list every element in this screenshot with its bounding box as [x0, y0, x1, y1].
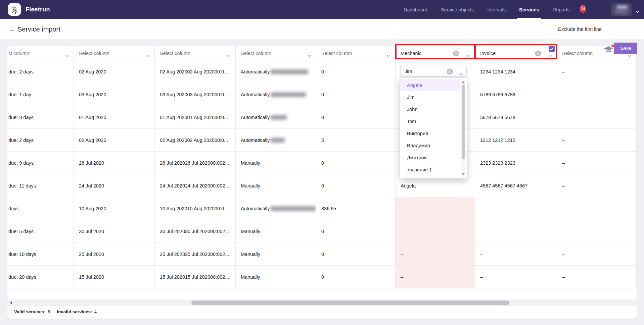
mechanic-cell-editor[interactable]	[400, 66, 467, 77]
chevron-up-icon[interactable]	[459, 71, 463, 77]
cell-text: 24 Jul 202024 Jul 202000:002...	[160, 183, 229, 188]
dropdown-option[interactable]: Виктория	[400, 127, 460, 140]
chevron-down-icon[interactable]	[466, 52, 470, 58]
table-cell: Manually	[236, 174, 316, 197]
exclude-first-line-label: Exclude the first line	[558, 19, 602, 39]
column-header-1[interactable]: Select column	[74, 46, 155, 60]
nav-item-reports[interactable]: Reports	[553, 0, 570, 19]
clear-icon[interactable]	[447, 68, 453, 76]
dropdown-option[interactable]: Angela	[400, 79, 460, 91]
column-header-3[interactable]: Select column	[236, 46, 316, 60]
valid-services-count: 6	[48, 309, 50, 314]
cell-text: due: 2 days	[8, 69, 34, 74]
scroll-left-arrow-icon[interactable]	[10, 301, 12, 305]
cell-text: 10 Aug 202010 Aug 202000:0...	[160, 206, 228, 211]
user-menu-chevron-icon[interactable]	[636, 8, 640, 14]
dropdown-option[interactable]: John	[400, 103, 460, 115]
column-header-label: Invoice	[480, 51, 496, 56]
dropdown-scrollbar[interactable]	[461, 79, 465, 177]
clear-icon[interactable]	[535, 50, 541, 58]
cell-text: 6789 6789 6789	[480, 92, 515, 97]
table-cell: –	[557, 266, 637, 288]
table-cell: –	[557, 83, 637, 106]
table-cell: –	[557, 197, 637, 220]
table-row: days10 Aug 202010 Aug 202010 Aug 202000:…	[7, 197, 637, 220]
import-stats: Valid services: 6 Invalid services: 4	[14, 309, 101, 314]
horizontal-scrollbar-thumb[interactable]	[191, 301, 509, 305]
chevron-down-icon[interactable]	[387, 52, 390, 58]
table-cell: 1234 1234 1234	[475, 60, 557, 83]
save-button[interactable]: Save	[614, 43, 637, 54]
table-cell: 10 Aug 202010 Aug 202000:0...	[155, 197, 236, 220]
table-cell: Manually	[236, 220, 316, 242]
dropdown-option[interactable]: значение 1	[400, 164, 460, 176]
service-import-page: Fleetrun DashboardService objectsInterva…	[0, 0, 644, 325]
table-cell: due: 10 days	[7, 243, 74, 265]
table-cell: 24 Jul 2020	[74, 174, 155, 197]
cell-text: –	[562, 206, 565, 211]
clear-icon[interactable]	[453, 50, 459, 58]
horizontal-scrollbar[interactable]	[7, 300, 637, 306]
column-header-6[interactable]: Invoice	[475, 46, 557, 60]
redacted-blur	[271, 69, 308, 74]
dropdown-option[interactable]: Владимир	[400, 140, 460, 152]
nav-item-services[interactable]: Services	[519, 0, 539, 19]
check-icon	[550, 47, 554, 51]
top-navbar: Fleetrun DashboardService objectsInterva…	[0, 0, 644, 19]
nav-item-intervals[interactable]: Intervals	[487, 0, 506, 19]
cell-text: –	[562, 160, 565, 166]
chevron-down-icon[interactable]	[65, 52, 69, 58]
cell-text: Automatically	[241, 206, 270, 211]
table-cell: 0	[316, 243, 396, 265]
scroll-up-arrow-icon[interactable]	[462, 81, 465, 83]
scroll-down-arrow-icon[interactable]	[462, 173, 465, 175]
redacted-blur	[271, 206, 316, 211]
cell-text: days	[8, 206, 19, 211]
fleetrun-logo-icon[interactable]	[8, 3, 21, 16]
chevron-down-icon[interactable]	[227, 52, 231, 58]
table-cell: 01 Aug 202001 Aug 202000:0...	[155, 106, 236, 128]
dropdown-scrollbar-thumb[interactable]	[462, 85, 465, 159]
tutorial-cap-icon[interactable]	[604, 46, 614, 54]
table-cell: 02 Aug 202002 Aug 202000:0...	[155, 60, 236, 83]
table-cell: –	[557, 60, 637, 83]
column-header-5[interactable]: Mechanic	[396, 46, 475, 60]
cell-text: –	[401, 229, 403, 234]
table-cell: Manually	[236, 243, 316, 265]
cell-text: 26 Jul 202026 Jul 202000:002...	[160, 160, 229, 166]
column-header-2[interactable]: Select column	[155, 46, 236, 60]
dropdown-option[interactable]: Jim	[400, 91, 460, 103]
cell-text: due: 1 day	[8, 92, 31, 97]
column-header-4[interactable]: Select column	[316, 46, 396, 60]
divider	[463, 51, 463, 56]
chevron-down-icon[interactable]	[548, 52, 552, 58]
cell-text: –	[562, 115, 565, 120]
cell-text: –	[480, 229, 483, 234]
nav-item-service-objects[interactable]: Service objects	[441, 0, 474, 19]
mechanic-editor-input[interactable]	[405, 69, 445, 74]
avatar-blur	[614, 10, 629, 13]
cell-text: Angela	[401, 183, 416, 188]
mechanic-dropdown-list: AngelaJimJohnTomВикторияВладимирДмитрийз…	[400, 78, 467, 178]
notifications-bell-icon[interactable]: 14	[578, 4, 588, 15]
table-cell: –	[557, 106, 637, 128]
cell-text: –	[562, 138, 565, 143]
chevron-down-icon[interactable]	[146, 52, 150, 58]
column-header-0[interactable]: ct column	[7, 46, 74, 60]
cell-text: 02 Aug 2020	[79, 69, 106, 74]
back-arrow-icon[interactable]: ←	[9, 19, 15, 39]
dropdown-option[interactable]: Дмитрий	[400, 152, 460, 164]
user-avatar[interactable]	[611, 3, 632, 16]
table-cell: 336.65	[316, 197, 396, 220]
exclude-first-line-checkbox[interactable]	[549, 46, 555, 52]
cell-text: due: 20 days	[8, 274, 36, 280]
cell-text: –	[562, 274, 565, 280]
dropdown-option[interactable]: Tom	[400, 115, 460, 127]
cell-text: 10 Aug 2020	[79, 206, 106, 211]
table-cell: due: 20 days	[7, 266, 74, 288]
column-header-label: Select column	[160, 51, 190, 56]
cell-text: 01 Aug 202001 Aug 202000:0...	[160, 115, 228, 120]
nav-item-dashboard[interactable]: Dashboard	[404, 0, 427, 19]
column-header-label: ct column	[8, 51, 29, 56]
chevron-down-icon[interactable]	[308, 52, 311, 58]
